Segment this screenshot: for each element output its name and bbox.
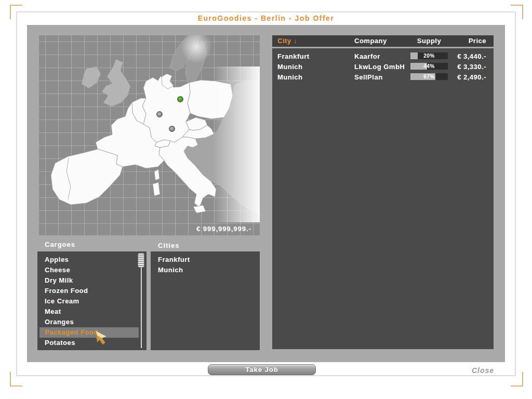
cargoes-label: Cargoes — [45, 241, 75, 248]
cargoes-scrollbar-thumb[interactable] — [138, 253, 144, 268]
map-region-iberia — [51, 149, 123, 205]
column-header-price[interactable]: Price — [429, 37, 486, 45]
offer-row[interactable]: FrankfurtKaarfor20%€ 3,440.- — [272, 51, 494, 61]
cargo-item[interactable]: Potatoes — [37, 338, 147, 348]
close-button[interactable]: Close — [472, 366, 494, 375]
cargo-item[interactable]: Dry Milk — [37, 275, 147, 286]
money-balance: € 999,999,999.- — [196, 225, 251, 233]
city-item[interactable]: Frankfurt — [151, 255, 260, 265]
take-job-button[interactable]: Take Job — [208, 364, 316, 375]
europe-map-svg — [39, 35, 260, 235]
cargo-item[interactable]: Ice Cream — [37, 296, 147, 307]
map-region-sardinia — [153, 182, 160, 196]
cargo-item[interactable]: Oranges — [37, 317, 147, 327]
column-header-company[interactable]: Company — [354, 37, 387, 45]
offer-price: € 2,490.- — [429, 73, 486, 81]
offers-table-header: City ↓CompanySupplyPrice — [272, 35, 494, 47]
offer-city: Frankfurt — [277, 52, 310, 60]
dialog-title: EuroGoodies - Berlin - Job Offer — [17, 14, 515, 22]
offer-row[interactable]: MunichSellPlan67%€ 2,490.- — [272, 72, 494, 82]
map-region-uk — [102, 59, 130, 107]
cargoes-scrollbar-track[interactable] — [141, 254, 142, 348]
main-panel: € 999,999,999.- City ↓CompanySupplyPrice… — [27, 25, 505, 362]
offer-city: Munich — [277, 63, 303, 71]
city-item[interactable]: Munich — [151, 265, 260, 275]
cargo-item[interactable]: Apples — [37, 255, 147, 265]
map-marker-origin-green — [177, 96, 183, 102]
offer-price: € 3,330.- — [429, 63, 486, 71]
offer-company: SellPlan — [354, 73, 383, 81]
offers-table-body: FrankfurtKaarfor20%€ 3,440.-MunichLkwLog… — [272, 48, 494, 349]
cities-list: FrankfurtMunich — [151, 251, 260, 350]
cargo-item[interactable]: Frozen Food — [37, 286, 147, 296]
cargo-item[interactable]: Meat — [37, 307, 147, 317]
cargoes-list: ApplesCheeseDry MilkFrozen FoodIce Cream… — [37, 251, 147, 350]
mouse-cursor-icon — [94, 329, 109, 345]
dialog-window: EuroGoodies - Berlin - Job Offer — [16, 11, 516, 376]
map-marker-gray-1 — [156, 111, 163, 117]
column-header-city[interactable]: City ↓ — [277, 37, 297, 45]
cargo-item-selected[interactable]: Packaged Food — [39, 327, 139, 338]
map-region-corsica — [154, 169, 159, 180]
job-offer-screen: EuroGoodies - Berlin - Job Offer — [0, 0, 532, 399]
offer-company: Kaarfor — [354, 52, 380, 60]
cargoes-items: ApplesCheeseDry MilkFrozen FoodIce Cream… — [37, 255, 147, 348]
map-region-ireland — [82, 66, 101, 88]
map-marker-gray-2 — [169, 126, 175, 132]
offer-row[interactable]: MunichLkwLog GmbH44%€ 3,330.- — [272, 61, 494, 72]
offer-city: Munich — [277, 73, 303, 81]
europe-map: € 999,999,999.- — [39, 35, 260, 235]
cargo-item[interactable]: Cheese — [37, 265, 147, 275]
offers-table: City ↓CompanySupplyPrice FrankfurtKaarfo… — [272, 35, 494, 349]
offer-company: LkwLog GmbH — [354, 63, 405, 71]
cities-items: FrankfurtMunich — [151, 255, 260, 275]
offer-price: € 3,440.- — [429, 52, 486, 60]
cities-label: Cities — [158, 242, 179, 249]
map-glow-east — [213, 66, 260, 222]
map-region-sicily — [193, 205, 206, 213]
